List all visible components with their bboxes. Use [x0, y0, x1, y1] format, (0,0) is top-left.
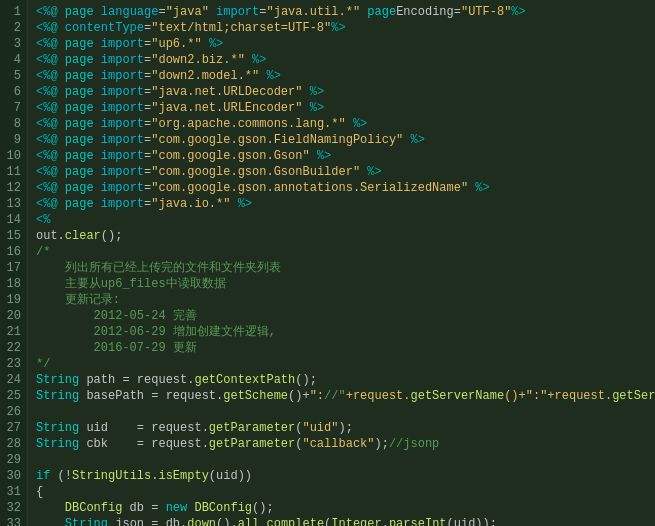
code-line: <%@ page import="java.io.*" %>: [36, 196, 655, 212]
code-line: <%@ page language="java" import="java.ut…: [36, 4, 655, 20]
line-number: 26: [4, 404, 21, 420]
code-line: 2012-06-29 增加创建文件逻辑,: [36, 324, 655, 340]
code-line: <%@ page import="java.net.URLDecoder" %>: [36, 84, 655, 100]
line-number: 4: [4, 52, 21, 68]
line-number: 21: [4, 324, 21, 340]
code-line: out.clear();: [36, 228, 655, 244]
code-line: {: [36, 484, 655, 500]
code-line: [36, 452, 655, 468]
line-number: 9: [4, 132, 21, 148]
line-number: 32: [4, 500, 21, 516]
code-line: <%@ page import="down2.biz.*" %>: [36, 52, 655, 68]
line-number: 8: [4, 116, 21, 132]
code-line: if (!StringUtils.isEmpty(uid)): [36, 468, 655, 484]
code-line: <%@ page import="org.apache.commons.lang…: [36, 116, 655, 132]
line-number: 14: [4, 212, 21, 228]
code-line: <%@ page import="com.google.gson.annotat…: [36, 180, 655, 196]
code-line: 2012-05-24 完善: [36, 308, 655, 324]
line-number: 31: [4, 484, 21, 500]
code-line: String basePath = request.getScheme()+":…: [36, 388, 655, 404]
line-number: 16: [4, 244, 21, 260]
line-numbers: 1234567891011121314151617181920212223242…: [0, 0, 28, 526]
line-number: 29: [4, 452, 21, 468]
line-number: 1: [4, 4, 21, 20]
code-line: [36, 404, 655, 420]
line-number: 28: [4, 436, 21, 452]
line-number: 30: [4, 468, 21, 484]
line-number: 11: [4, 164, 21, 180]
line-number: 20: [4, 308, 21, 324]
code-line: <%@ page import="java.net.URLEncoder" %>: [36, 100, 655, 116]
line-number: 10: [4, 148, 21, 164]
code-line: /*: [36, 244, 655, 260]
code-content[interactable]: <%@ page language="java" import="java.ut…: [28, 0, 655, 526]
code-line: <%: [36, 212, 655, 228]
line-number: 17: [4, 260, 21, 276]
code-line: DBConfig db = new DBConfig();: [36, 500, 655, 516]
line-number: 23: [4, 356, 21, 372]
code-line: 更新记录:: [36, 292, 655, 308]
code-line: <%@ page import="com.google.gson.Gson" %…: [36, 148, 655, 164]
code-editor: 1234567891011121314151617181920212223242…: [0, 0, 655, 526]
code-line: String path = request.getContextPath();: [36, 372, 655, 388]
code-line: <%@ contentType="text/html;charset=UTF-8…: [36, 20, 655, 36]
line-number: 33: [4, 516, 21, 526]
line-number: 22: [4, 340, 21, 356]
code-line: <%@ page import="com.google.gson.GsonBui…: [36, 164, 655, 180]
code-line: 列出所有已经上传完的文件和文件夹列表: [36, 260, 655, 276]
line-number: 13: [4, 196, 21, 212]
code-line: 2016-07-29 更新: [36, 340, 655, 356]
line-number: 2: [4, 20, 21, 36]
line-number: 12: [4, 180, 21, 196]
line-number: 24: [4, 372, 21, 388]
code-line: <%@ page import="com.google.gson.FieldNa…: [36, 132, 655, 148]
line-number: 7: [4, 100, 21, 116]
line-number: 18: [4, 276, 21, 292]
line-number: 25: [4, 388, 21, 404]
line-number: 19: [4, 292, 21, 308]
code-line: */: [36, 356, 655, 372]
line-number: 3: [4, 36, 21, 52]
code-line: String cbk = request.getParameter("callb…: [36, 436, 655, 452]
code-line: <%@ page import="up6.*" %>: [36, 36, 655, 52]
code-line: String uid = request.getParameter("uid")…: [36, 420, 655, 436]
line-number: 27: [4, 420, 21, 436]
line-number: 6: [4, 84, 21, 100]
code-line: 主要从up6_files中读取数据: [36, 276, 655, 292]
code-line: String json = db.down().all_complete(Int…: [36, 516, 655, 526]
code-line: <%@ page import="down2.model.*" %>: [36, 68, 655, 84]
line-number: 5: [4, 68, 21, 84]
line-number: 15: [4, 228, 21, 244]
